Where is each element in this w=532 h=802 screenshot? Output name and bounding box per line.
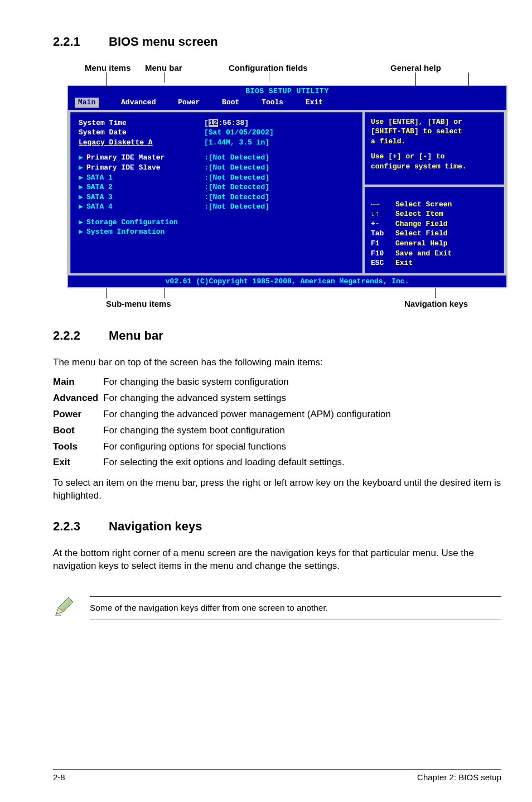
biosmenu-main[interactable]: Main	[75, 98, 99, 108]
menubar-intro: The menu bar on top of the screen has th…	[53, 356, 501, 369]
def-term: Boot	[53, 424, 103, 437]
value-not-detected: :[Not Detected]	[204, 153, 354, 163]
callout-tick	[468, 73, 469, 89]
heading-221: 2.2.1BIOS menu screen	[53, 33, 501, 50]
field-system-date-label[interactable]: System Date	[79, 128, 204, 138]
field-system-time-value[interactable]: [12:56:38]	[204, 118, 354, 128]
navkey-d: Select Item	[395, 209, 443, 219]
heading-222-num: 2.2.2	[53, 327, 109, 344]
menubar-definitions: MainFor changing the basic system config…	[53, 376, 501, 470]
def-term: Main	[53, 376, 103, 389]
navkey-d: Select Screen	[395, 200, 452, 210]
navkey-k: Tab	[371, 229, 395, 239]
bios-diagram: Menu items Menu bar Configuration fields…	[67, 62, 507, 311]
menubar-outro: To select an item on the menu bar, press…	[53, 477, 501, 503]
value-not-detected: :[Not Detected]	[204, 192, 354, 202]
heading-223-title: Navigation keys	[109, 519, 202, 533]
divider	[90, 596, 501, 597]
bios-title: BIOS SETUP UTILITY	[68, 86, 506, 97]
biosmenu-power[interactable]: Power	[178, 98, 200, 108]
navkey-k: ↓↑	[371, 209, 395, 219]
value-not-detected: :[Not Detected]	[204, 202, 354, 212]
divider	[90, 620, 501, 620]
navkey-k: +-	[371, 219, 395, 229]
diagram-top-labels: Menu items Menu bar Configuration fields…	[67, 62, 507, 85]
submenu-sata1[interactable]: SATA 1	[86, 173, 113, 182]
chevron-right-icon: ▶	[79, 153, 86, 163]
chevron-right-icon: ▶	[79, 163, 86, 173]
submenu-pide-slave[interactable]: Primary IDE Slave	[86, 163, 161, 172]
help-line: Use [+] or [-] to	[371, 152, 498, 162]
navkey-d: Select Field	[395, 229, 448, 239]
biosmenu-exit[interactable]: Exit	[306, 98, 323, 108]
callout-tick	[165, 73, 165, 83]
submenu-storage[interactable]: Storage Configuration	[86, 218, 178, 226]
bios-nav-box: ←→Select Screen ↓↑Select Item +-Change F…	[365, 187, 504, 273]
callout-tick	[106, 73, 107, 89]
page-footer: 2-8 Chapter 2: BIOS setup	[53, 769, 501, 783]
value-not-detected: :[Not Detected]	[204, 163, 354, 173]
help-line: configure system time.	[371, 162, 498, 172]
chevron-right-icon: ▶	[79, 173, 86, 183]
navkey-d: General Help	[395, 239, 448, 249]
def-term: Power	[53, 408, 103, 421]
heading-223: 2.2.3Navigation keys	[53, 518, 501, 535]
def-desc: For changing the advanced system setting…	[103, 392, 501, 405]
page-number: 2-8	[53, 772, 65, 783]
navkey-k: ←→	[371, 200, 395, 210]
heading-221-num: 2.2.1	[53, 33, 109, 50]
navkey-k: F1	[371, 239, 395, 249]
callout-tick	[435, 288, 436, 298]
biosmenu-tools[interactable]: Tools	[262, 98, 283, 108]
submenu-sysinfo[interactable]: System Information	[86, 228, 165, 236]
def-desc: For changing the advanced power manageme…	[103, 408, 501, 421]
biosmenu-boot[interactable]: Boot	[222, 98, 239, 108]
navkey-d: Save and Exit	[395, 249, 452, 259]
label-menu-items: Menu items	[85, 62, 131, 74]
field-system-date-value[interactable]: [Sat 01/05/2002]	[204, 128, 354, 138]
def-desc: For changing the system boot configurati…	[103, 424, 501, 437]
navkey-k: ESC	[371, 258, 395, 268]
navkey-d: Change Field	[395, 219, 448, 229]
help-line: [SHIFT-TAB] to select	[371, 127, 498, 137]
bios-left-pane: System Time [12:56:38] System Date [Sat …	[70, 112, 362, 273]
submenu-sata2[interactable]: SATA 2	[86, 183, 113, 191]
bios-footer: v02.61 (C)Copyright 1985-2008, American …	[68, 276, 506, 288]
biosmenu-advanced[interactable]: Advanced	[121, 98, 156, 108]
def-desc: For configuring options for special func…	[103, 441, 501, 453]
submenu-pide-master[interactable]: Primary IDE Master	[86, 153, 165, 162]
pencil-icon	[53, 595, 75, 621]
def-term: Advanced	[53, 392, 103, 405]
chevron-right-icon: ▶	[79, 182, 86, 192]
callout-tick	[106, 288, 107, 298]
def-desc: For changing the basic system configurat…	[103, 376, 501, 389]
heading-221-title: BIOS menu screen	[109, 35, 218, 49]
submenu-sata3[interactable]: SATA 3	[86, 193, 113, 201]
field-legacy-label[interactable]: Legacy Diskette A	[79, 138, 204, 148]
label-submenu-items: Sub-menu items	[106, 298, 171, 310]
chevron-right-icon: ▶	[79, 218, 86, 228]
bios-menubar[interactable]: Main Advanced Power Boot Tools Exit	[68, 96, 506, 110]
callout-tick	[415, 73, 416, 89]
navkey-k: F10	[371, 249, 395, 259]
help-line: a field.	[371, 137, 498, 147]
value-not-detected: :[Not Detected]	[204, 173, 354, 183]
chevron-right-icon: ▶	[79, 192, 86, 202]
def-term: Tools	[53, 441, 103, 453]
label-menu-bar: Menu bar	[145, 62, 182, 74]
bios-box: BIOS SETUP UTILITY Main Advanced Power B…	[67, 85, 507, 288]
field-legacy-value[interactable]: [1.44M, 3.5 in]	[204, 138, 354, 148]
navkeys-paragraph: At the bottom right corner of a menu scr…	[53, 547, 501, 573]
diagram-bottom-labels: Sub-menu items Navigation keys	[67, 288, 507, 311]
field-system-time-label[interactable]: System Time	[79, 118, 204, 128]
callout-tick	[269, 73, 269, 81]
note-text: Some of the navigation keys differ from …	[90, 602, 501, 614]
label-navigation-keys: Navigation keys	[404, 298, 468, 310]
submenu-sata4[interactable]: SATA 4	[86, 202, 113, 211]
bios-help-box: Use [ENTER], [TAB] or [SHIFT-TAB] to sel…	[365, 112, 504, 185]
help-line: Use [ENTER], [TAB] or	[371, 117, 498, 127]
heading-222-title: Menu bar	[109, 328, 163, 342]
chevron-right-icon: ▶	[79, 227, 86, 237]
navkey-d: Exit	[395, 258, 413, 268]
callout-tick	[165, 288, 165, 298]
